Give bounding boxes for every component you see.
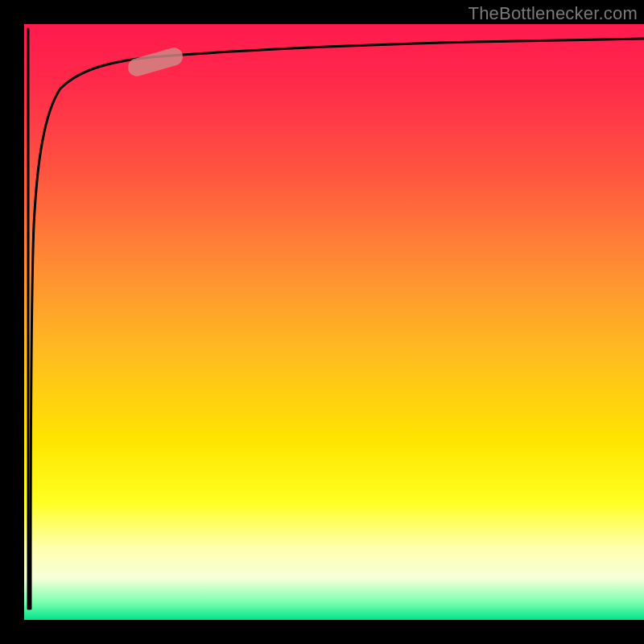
svg-rect-0 xyxy=(126,46,184,78)
highlight-marker xyxy=(126,46,184,78)
curve-layer xyxy=(24,24,644,620)
chart-stage: TheBottlenecker.com xyxy=(0,0,644,644)
plot-area xyxy=(24,24,644,620)
bottleneck-curve-path xyxy=(28,29,644,609)
watermark-text: TheBottlenecker.com xyxy=(469,3,638,24)
